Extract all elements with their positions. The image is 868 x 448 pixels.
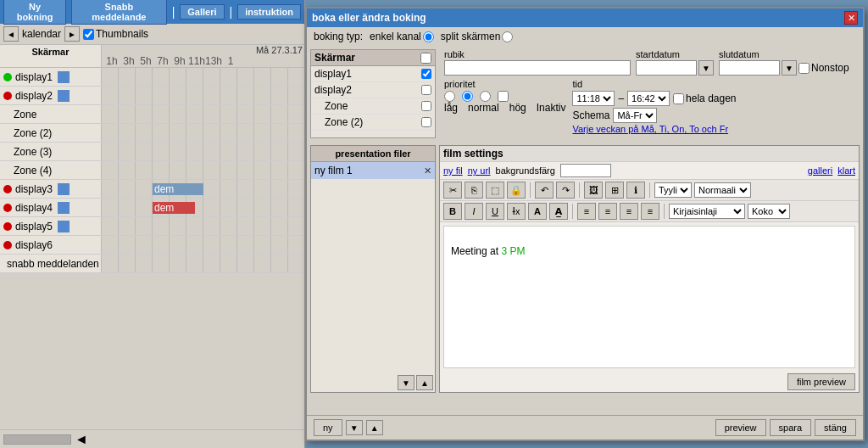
modal-bottom-right: preview spara stäng: [715, 419, 856, 436]
pres-up-btn[interactable]: ▲: [416, 375, 433, 390]
redo-btn[interactable]: ↷: [556, 182, 575, 199]
film-editor[interactable]: Meeting at 3 PM: [443, 226, 855, 368]
skarmar-header-checkbox[interactable]: [420, 53, 431, 64]
pres-scrollbar[interactable]: ny film 1 ✕: [311, 162, 435, 373]
image-btn[interactable]: 🖼: [584, 182, 603, 199]
skarmar-display2-checkbox[interactable]: [421, 85, 431, 95]
ny-url-link[interactable]: ny url: [468, 165, 491, 176]
startdatum-field: 27 Mar 2017 ▼: [636, 60, 714, 76]
cut-btn[interactable]: ✂: [443, 182, 462, 199]
calendar-label: kalendar: [22, 28, 61, 40]
nonstop-checkbox[interactable]: [798, 63, 810, 74]
display-row: display5: [0, 217, 304, 236]
galleri-link[interactable]: galleri: [808, 165, 832, 176]
prev-calendar-button[interactable]: ◄: [3, 26, 19, 42]
schedule-bar: [102, 217, 304, 235]
skarmar-zone-checkbox[interactable]: [421, 101, 431, 111]
prioritet-hog-radio[interactable]: [480, 91, 491, 102]
info-btn[interactable]: ℹ: [626, 182, 645, 199]
modal-title-bar: boka eller ändra boking ✕: [307, 8, 863, 27]
instruktion-button[interactable]: instruktion: [237, 4, 301, 20]
ny-bokning-button[interactable]: Ny bokning: [3, 0, 66, 25]
schema-select[interactable]: Må-Fr: [613, 108, 657, 123]
skarmar-zone2-checkbox[interactable]: [421, 117, 431, 127]
display-row: display2: [0, 87, 304, 105]
prioritet-normal-radio[interactable]: [462, 91, 473, 102]
tid-slut-select[interactable]: 16:42: [627, 91, 670, 106]
schema-link-container: Varje veckan på Må, Ti, On, To och Fr: [572, 123, 736, 135]
font-koko-select[interactable]: Koko: [748, 204, 790, 219]
separator: [572, 204, 573, 219]
separator1: |: [172, 5, 175, 19]
schedule-bar: [102, 87, 304, 104]
bakgrundsfarg-input[interactable]: none: [560, 164, 611, 177]
film-preview-row: film preview: [440, 372, 859, 392]
startdatum-btn[interactable]: ▼: [698, 60, 714, 76]
align-center-btn[interactable]: ≡: [598, 203, 617, 220]
ny-up-btn[interactable]: ▲: [366, 420, 383, 435]
hela-dagen-checkbox[interactable]: [673, 93, 684, 104]
film-preview-button[interactable]: film preview: [787, 373, 855, 390]
separator: [649, 182, 650, 198]
ny-button[interactable]: ny: [314, 419, 342, 436]
font-family-select[interactable]: Kirjaisinlaji: [669, 204, 745, 219]
split-skarmen-option: split skärmen: [441, 31, 514, 42]
split-skarmen-radio[interactable]: [502, 31, 513, 42]
thumbnails-checkbox[interactable]: [83, 29, 94, 40]
bg-color-btn[interactable]: A̲: [549, 203, 568, 220]
klart-link[interactable]: klart: [837, 165, 855, 176]
pres-item-close[interactable]: ✕: [424, 165, 431, 176]
date-label: Må 27.3.17: [256, 45, 303, 55]
ny-fil-link[interactable]: ny fil: [443, 165, 463, 176]
enkel-kanal-radio[interactable]: [423, 31, 434, 42]
lock-btn[interactable]: 🔒: [507, 182, 526, 199]
italic-btn[interactable]: I: [465, 203, 483, 220]
font-color-btn[interactable]: A: [528, 203, 547, 220]
align-justify-btn[interactable]: ≡: [641, 203, 659, 220]
bold-btn[interactable]: B: [443, 203, 462, 220]
align-left-btn[interactable]: ≡: [577, 203, 596, 220]
scroll-left-icon[interactable]: ◄: [75, 432, 88, 447]
enkel-kanal-option: enkel kanal: [370, 31, 434, 42]
modal-close-button[interactable]: ✕: [844, 11, 858, 25]
ny-down-btn[interactable]: ▼: [346, 420, 363, 435]
film-links: ny fil ny url bakgrundsfärg none galleri…: [440, 162, 859, 180]
align-right-btn[interactable]: ≡: [620, 203, 638, 220]
mini-icon: [58, 90, 70, 102]
schedule-bar: dem: [102, 180, 304, 198]
pres-down-btn[interactable]: ▼: [398, 375, 415, 390]
display-row: Zone (4): [0, 161, 304, 180]
table-btn[interactable]: ⊞: [605, 182, 624, 199]
status-dot-red: [3, 185, 12, 193]
skarmar-display1-checkbox[interactable]: [421, 69, 431, 79]
slutdatum-input[interactable]: 27 Mar 2017: [719, 60, 780, 76]
time-marks: 1h 3h 5h 7h 9h 11h 13h 1: [103, 55, 303, 67]
snabb-meddelande-button[interactable]: Snabb meddelande: [71, 0, 167, 25]
film-toolbar-2: B I U Ix A A̲ ≡ ≡ ≡ ≡ Kirjaisinlaji Koko: [440, 201, 859, 222]
next-calendar-button[interactable]: ►: [64, 26, 80, 42]
tid-start-select[interactable]: 11:18: [572, 91, 615, 106]
inaktiv-checkbox[interactable]: [498, 91, 509, 102]
strikethrough-btn[interactable]: Ix: [507, 203, 526, 220]
form-area: Skärmar display1 display2 Zone Zone (2): [307, 46, 863, 142]
pres-header: presentation filer: [311, 146, 435, 162]
undo-btn[interactable]: ↶: [535, 182, 554, 199]
startdatum-input[interactable]: 27 Mar 2017: [636, 60, 697, 76]
prioritet-lag-radio[interactable]: [444, 91, 455, 102]
copy-btn[interactable]: ⎘: [465, 182, 483, 199]
stang-button[interactable]: stäng: [815, 419, 856, 436]
underline-btn[interactable]: U: [486, 203, 504, 220]
galleri-button[interactable]: Galleri: [180, 4, 224, 20]
schedule-bar: [102, 68, 304, 86]
spara-button[interactable]: spara: [770, 419, 812, 436]
scroll-indicator[interactable]: [3, 434, 71, 445]
rubik-input[interactable]: [444, 60, 631, 76]
paste-btn[interactable]: ⬚: [486, 182, 504, 199]
schema-link[interactable]: Varje veckan på Må, Ti, On, To och Fr: [572, 124, 728, 134]
slutdatum-btn[interactable]: ▼: [782, 60, 797, 76]
skarmar-scroll[interactable]: display1 display2 Zone Zone (2): [311, 66, 435, 131]
font-style-select[interactable]: Tyyli: [654, 182, 692, 198]
preview-button[interactable]: preview: [715, 419, 766, 436]
font-size-select[interactable]: Normaali: [694, 182, 751, 198]
pres-item[interactable]: ny film 1 ✕: [311, 162, 435, 179]
